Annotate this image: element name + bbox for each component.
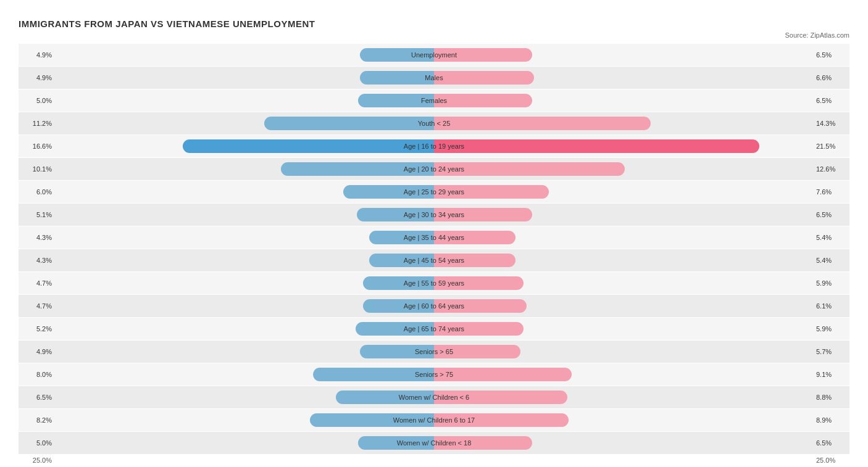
chart-row: 5.1%Age | 30 to 34 years6.5% <box>19 204 849 226</box>
bars-area: Age | 20 to 24 years <box>56 158 812 180</box>
bar-label: Seniors > 75 <box>415 371 453 378</box>
bar-label: Age | 25 to 29 years <box>404 188 464 196</box>
left-value: 6.5% <box>19 394 56 401</box>
right-value: 6.5% <box>812 211 849 218</box>
bar-label: Age | 30 to 34 years <box>404 211 464 218</box>
chart-row: 5.2%Age | 65 to 74 years5.9% <box>19 318 849 340</box>
left-value: 5.0% <box>19 439 56 447</box>
bars-area: Youth < 25 <box>56 112 812 134</box>
chart-row: 4.7%Age | 60 to 64 years6.1% <box>19 295 849 317</box>
left-value: 4.3% <box>19 234 56 241</box>
chart-row: 5.0%Women w/ Children < 186.5% <box>19 432 849 454</box>
right-value: 5.9% <box>812 279 849 287</box>
chart-container: IMMIGRANTS FROM JAPAN VS VIETNAMESE UNEM… <box>12 12 856 467</box>
right-value: 5.9% <box>812 325 849 333</box>
right-value: 9.1% <box>812 371 849 378</box>
bar-right <box>434 368 572 381</box>
left-value: 6.0% <box>19 188 56 196</box>
chart-row: 11.2%Youth < 2514.3% <box>19 112 849 134</box>
bar-label: Seniors > 65 <box>415 348 453 355</box>
bars-area: Seniors > 75 <box>56 363 812 386</box>
bars-area: Age | 60 to 64 years <box>56 295 812 317</box>
right-value: 14.3% <box>812 120 849 127</box>
right-value: 6.6% <box>812 74 849 81</box>
left-value: 4.7% <box>19 302 56 310</box>
axis-right: 25.0% <box>812 457 849 464</box>
bar-label: Women w/ Children < 6 <box>399 394 469 401</box>
chart-area: 4.9%Unemployment6.5%4.9%Males6.6%5.0%Fem… <box>19 44 849 454</box>
bars-area: Age | 45 to 54 years <box>56 249 812 271</box>
bar-label: Age | 60 to 64 years <box>404 302 464 310</box>
chart-row: 4.3%Age | 45 to 54 years5.4% <box>19 249 849 271</box>
bars-area: Age | 55 to 59 years <box>56 272 812 294</box>
right-value: 5.4% <box>812 257 849 264</box>
right-value: 7.6% <box>812 188 849 196</box>
bar-right <box>434 117 651 130</box>
chart-row: 16.6%Age | 16 to 19 years21.5% <box>19 135 849 157</box>
bar-label: Age | 20 to 24 years <box>404 165 464 173</box>
chart-row: 4.9%Unemployment6.5% <box>19 44 849 66</box>
bar-left <box>360 71 434 85</box>
chart-title: IMMIGRANTS FROM JAPAN VS VIETNAMESE UNEM… <box>19 19 849 29</box>
chart-row: 4.7%Age | 55 to 59 years5.9% <box>19 272 849 294</box>
right-value: 6.5% <box>812 97 849 104</box>
axis-row: 25.0% 25.0% <box>19 457 849 464</box>
bars-area: Age | 30 to 34 years <box>56 204 812 226</box>
bars-area: Age | 25 to 29 years <box>56 181 812 203</box>
axis-left: 25.0% <box>19 457 56 464</box>
bar-label: Age | 65 to 74 years <box>404 325 464 333</box>
bars-area: Age | 16 to 19 years <box>56 135 812 157</box>
left-value: 4.9% <box>19 348 56 355</box>
bar-label: Males <box>425 74 443 81</box>
bar-label: Women w/ Children 6 to 17 <box>393 416 475 424</box>
bars-area: Age | 65 to 74 years <box>56 318 812 340</box>
bars-area: Males <box>56 67 812 89</box>
left-value: 8.2% <box>19 416 56 424</box>
bars-area: Females <box>56 89 812 112</box>
left-value: 5.1% <box>19 211 56 218</box>
right-value: 6.1% <box>812 302 849 310</box>
left-value: 4.3% <box>19 257 56 264</box>
bar-label: Women w/ Children < 18 <box>397 439 472 447</box>
left-value: 10.1% <box>19 165 56 173</box>
left-value: 16.6% <box>19 143 56 150</box>
bar-right <box>434 71 534 85</box>
left-value: 5.0% <box>19 97 56 104</box>
source-label: Source: ZipAtlas.com <box>19 31 849 39</box>
bar-left <box>264 117 434 130</box>
bar-label: Age | 45 to 54 years <box>404 257 464 264</box>
bar-label: Unemployment <box>411 51 457 59</box>
bar-right <box>434 94 532 107</box>
right-value: 6.5% <box>812 51 849 59</box>
bars-area: Women w/ Children < 6 <box>56 386 812 408</box>
chart-row: 6.0%Age | 25 to 29 years7.6% <box>19 181 849 203</box>
left-value: 4.9% <box>19 51 56 59</box>
bar-label: Age | 55 to 59 years <box>404 279 464 287</box>
left-value: 4.9% <box>19 74 56 81</box>
bar-label: Age | 35 to 44 years <box>404 234 464 241</box>
bars-area: Age | 35 to 44 years <box>56 226 812 249</box>
left-value: 8.0% <box>19 371 56 378</box>
right-value: 6.5% <box>812 439 849 447</box>
left-value: 4.7% <box>19 279 56 287</box>
chart-row: 4.3%Age | 35 to 44 years5.4% <box>19 226 849 249</box>
bar-label: Females <box>421 97 447 104</box>
right-value: 5.4% <box>812 234 849 241</box>
right-value: 12.6% <box>812 165 849 173</box>
left-value: 11.2% <box>19 120 56 127</box>
bars-area: Unemployment <box>56 44 812 66</box>
chart-row: 8.0%Seniors > 759.1% <box>19 363 849 386</box>
chart-row: 4.9%Seniors > 655.7% <box>19 341 849 363</box>
chart-row: 6.5%Women w/ Children < 68.8% <box>19 386 849 408</box>
bar-label: Youth < 25 <box>418 120 451 127</box>
bar-label: Age | 16 to 19 years <box>404 143 464 150</box>
bars-area: Women w/ Children 6 to 17 <box>56 409 812 431</box>
chart-row: 10.1%Age | 20 to 24 years12.6% <box>19 158 849 180</box>
left-value: 5.2% <box>19 325 56 333</box>
right-value: 5.7% <box>812 348 849 355</box>
bar-left <box>183 139 434 153</box>
right-value: 8.8% <box>812 394 849 401</box>
chart-row: 5.0%Females6.5% <box>19 89 849 112</box>
chart-row: 4.9%Males6.6% <box>19 67 849 89</box>
bars-area: Seniors > 65 <box>56 341 812 363</box>
